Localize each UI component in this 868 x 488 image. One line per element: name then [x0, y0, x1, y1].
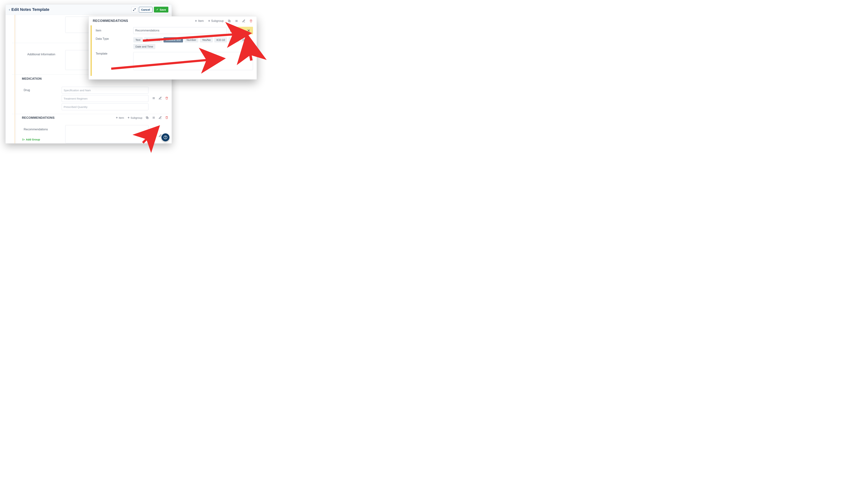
add-item-label: Item: [119, 116, 124, 119]
cancel-label: Cancel: [141, 8, 150, 11]
drug-spec-input[interactable]: Specification and Nam: [62, 87, 149, 94]
drag-icon[interactable]: [152, 116, 155, 119]
panel-body: Item Data Type Text Text Labels Multilin…: [89, 25, 257, 72]
datatype-label: Data Type: [96, 37, 132, 40]
panel-add-subgroup-button[interactable]: Subgroup: [208, 19, 224, 23]
confirm-button[interactable]: [238, 28, 245, 34]
back-chevron-icon[interactable]: ‹: [9, 8, 10, 11]
save-button[interactable]: ✓ Save: [154, 7, 168, 12]
panel-add-item-button[interactable]: Item: [194, 19, 204, 23]
item-editor-panel: RECOMMENDATIONS Item Subgroup: [89, 16, 257, 79]
edit-icon[interactable]: [242, 19, 245, 23]
drug-regimen-placeholder: Treatment Regimen: [64, 97, 88, 100]
drug-spec-placeholder: Specification and Nam: [64, 89, 91, 92]
chip-date[interactable]: Date: [240, 37, 250, 42]
add-subgroup-label: Subgroup: [130, 116, 142, 119]
drag-icon[interactable]: [235, 19, 238, 23]
medication-section-title: MEDICATION: [22, 77, 41, 80]
recommendations-textarea[interactable]: [65, 125, 149, 143]
chip-datetime[interactable]: Date and Time: [133, 44, 155, 49]
header-actions: Cancel ✓ Save: [131, 7, 168, 12]
check-icon: ✓: [156, 8, 159, 11]
item-name-input[interactable]: [133, 27, 226, 34]
delete-icon[interactable]: [165, 116, 168, 119]
divider: [12, 114, 168, 114]
svg-rect-32: [231, 30, 232, 32]
chip-yesno[interactable]: Yes/No: [200, 37, 213, 42]
drug-label: Drug: [24, 89, 30, 92]
columns-icon: [230, 29, 233, 32]
recommendations-section-title: RECOMMENDATIONS: [22, 116, 55, 120]
add-group-label: Add Group: [26, 138, 40, 141]
list-plus-icon: [22, 138, 25, 141]
drag-icon[interactable]: [152, 97, 155, 100]
chip-multiline[interactable]: Multiline text: [163, 37, 183, 42]
expand-button[interactable]: [131, 7, 137, 12]
help-icon: [163, 135, 167, 139]
svg-rect-31: [230, 30, 231, 32]
columns-button[interactable]: [228, 27, 235, 34]
panel-item-label: Item: [198, 19, 204, 23]
plus-icon: [194, 20, 197, 22]
chip-text[interactable]: Text: [133, 37, 143, 42]
section-strip: [14, 15, 15, 143]
cancel-item-button[interactable]: [245, 28, 252, 34]
drug-qty-placeholder: Prescribed Quantity: [64, 105, 88, 108]
drug-regimen-input[interactable]: Treatment Regimen: [62, 95, 149, 102]
template-label: Template: [96, 52, 132, 55]
item-row: Item: [92, 25, 257, 36]
regimen-row-icons: [152, 97, 168, 100]
panel-strip: [91, 25, 92, 76]
panel-title: RECOMMENDATIONS: [93, 19, 128, 23]
edit-icon[interactable]: [159, 97, 162, 100]
panel-subgroup-label: Subgroup: [211, 19, 224, 23]
cancel-button[interactable]: Cancel: [139, 7, 152, 12]
plus-icon: [208, 20, 211, 22]
chip-text-labels[interactable]: Text Labels: [144, 37, 162, 42]
help-fab[interactable]: [161, 133, 169, 141]
drag-icon[interactable]: [152, 134, 155, 137]
check-icon: [240, 29, 243, 32]
plus-icon: [127, 117, 130, 119]
chip-icd10[interactable]: ICD-10: [214, 37, 227, 42]
edit-icon[interactable]: [159, 116, 162, 119]
additional-info-label: Additional Information: [27, 53, 55, 56]
save-label: Save: [160, 8, 166, 11]
plus-icon: [116, 117, 118, 119]
datatype-chips: Text Text Labels Multiline text Number Y…: [133, 37, 253, 49]
chip-number[interactable]: Number: [184, 37, 198, 42]
recommendations-field-label: Recommendations: [24, 128, 48, 131]
copy-icon[interactable]: [146, 116, 149, 119]
delete-icon[interactable]: [165, 97, 168, 100]
editor-header: ‹ Edit Notes Template Cancel ✓ Save: [6, 4, 172, 15]
page-title: Edit Notes Template: [11, 7, 50, 12]
datatype-row: Data Type Text Text Labels Multiline tex…: [92, 36, 257, 51]
drug-qty-input[interactable]: Prescribed Quantity: [62, 103, 149, 110]
expand-icon: [133, 8, 136, 11]
copy-icon[interactable]: [228, 19, 231, 23]
chip-drug[interactable]: Drug: [228, 37, 239, 42]
close-icon: [247, 29, 250, 32]
confirm-group: [237, 27, 253, 34]
template-row: Template: [92, 51, 257, 72]
add-subgroup-button[interactable]: Subgroup: [127, 116, 142, 119]
add-group-button[interactable]: Add Group: [22, 138, 40, 141]
panel-toolbar: Item Subgroup: [194, 19, 253, 23]
add-item-button[interactable]: Item: [116, 116, 124, 119]
panel-header: RECOMMENDATIONS Item Subgroup: [89, 17, 257, 25]
template-textarea[interactable]: [133, 52, 253, 70]
delete-icon[interactable]: [249, 19, 253, 23]
item-field-label: Item: [96, 29, 132, 32]
editor-title-wrap[interactable]: ‹ Edit Notes Template: [9, 7, 50, 12]
recommendations-toolbar: Item Subgroup: [116, 116, 168, 119]
